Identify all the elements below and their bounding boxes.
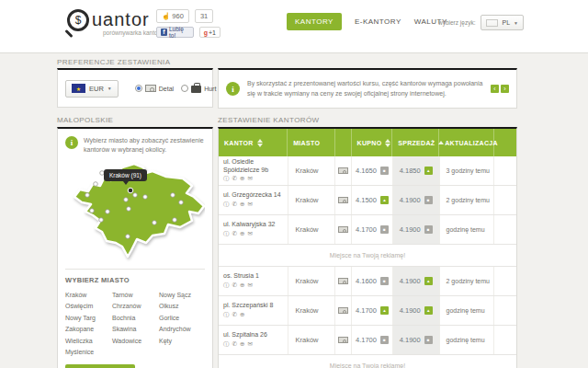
web-icon[interactable]: ⊕ — [240, 282, 244, 290]
notice-panel: i By skorzystać z prezentowanej wartości… — [218, 68, 517, 109]
ad-row[interactable]: Miejsce na Twoją reklamę! — [219, 245, 516, 267]
kantor-address-link[interactable]: ul. Osiedle Spółdzielcze 9b — [223, 158, 288, 175]
city-link[interactable]: Skawina — [112, 324, 159, 336]
city-link[interactable]: Nowy Sącz — [159, 290, 206, 302]
sprzedaz-cell: 4.1900▲ — [393, 296, 440, 325]
sort-header-kantor[interactable]: KANTOR — [219, 129, 288, 156]
city-link[interactable]: Bochnia — [112, 313, 159, 325]
sprzedaz-cell: 4.1850▲ — [393, 156, 440, 185]
kantor-address-link[interactable]: ul. Kalwaryjska 32 — [223, 221, 275, 229]
kupno-cell: 4.1700■ — [352, 326, 393, 354]
logo[interactable]: $ uantor porównywarka kantorów — [67, 9, 167, 36]
web-icon[interactable]: ⊕ — [240, 340, 244, 349]
phone-icon[interactable]: ✆ — [232, 340, 237, 349]
header-miasto[interactable]: MIASTO — [288, 129, 335, 156]
kupno-cell: 4.1700■ — [352, 215, 393, 244]
gplus-button[interactable]: g +1 — [199, 27, 220, 38]
city-link[interactable]: Oświęcim — [65, 301, 112, 313]
show-button-partial[interactable] — [65, 364, 135, 368]
city-cell: Kraków — [288, 186, 336, 214]
mail-icon[interactable]: ✉ — [247, 230, 252, 238]
carousel-prev-button[interactable]: ‹ — [491, 85, 499, 93]
phone-icon[interactable]: ✆ — [232, 311, 237, 319]
mail-icon[interactable]: ✉ — [247, 175, 252, 183]
notice-text: By skorzystać z prezentowanej wartości k… — [247, 79, 483, 98]
city-link[interactable]: Zakopane — [65, 324, 112, 336]
web-icon[interactable]: ⊕ — [240, 311, 244, 319]
social-buttons: ☝ 960 31 f Lubię to! g +1 — [156, 9, 220, 41]
info-icon[interactable]: ⓘ — [223, 311, 230, 319]
region-map[interactable]: Kraków (91) — [65, 158, 205, 263]
phone-icon[interactable]: ✆ — [232, 282, 237, 290]
table-row[interactable]: ul. Szpitalna 26 ⓘ✆⊕✉ Kraków 4.1700■ 4.1… — [219, 326, 516, 355]
sort-header-sprzedaz[interactable]: SPRZEDAŻ — [392, 129, 439, 156]
radio-hurt[interactable] — [181, 85, 188, 92]
kantor-address-link[interactable]: ul. Grzegórzecka 14 — [223, 191, 281, 200]
web-icon[interactable]: ⊕ — [240, 201, 244, 209]
facebook-icon: f — [161, 29, 167, 36]
info-icon[interactable]: ⓘ — [223, 340, 230, 349]
phone-icon[interactable]: ✆ — [232, 175, 237, 183]
language-dropdown[interactable]: PL ▼ — [481, 15, 524, 30]
krakow-marker[interactable] — [128, 188, 133, 193]
updated-cell: 2 godziny temu — [440, 186, 495, 214]
city-link[interactable]: Kęty — [159, 336, 206, 348]
info-icon[interactable]: ⓘ — [223, 230, 230, 238]
facebook-like-button[interactable]: f Lubię to! — [156, 27, 194, 38]
table-row[interactable]: pl. Szczepański 8 ⓘ✆⊕ Kraków 4.1700▲ 4.1… — [219, 296, 516, 326]
contact-icons: ⓘ✆⊕ — [223, 311, 244, 319]
radio-option-hurt[interactable]: Hurt — [181, 84, 216, 93]
detal-rate-icon — [338, 337, 348, 343]
updated-cell: godzinę temu — [440, 326, 495, 354]
ad-row[interactable]: Miejsce na Twoją reklamę! — [219, 355, 516, 368]
table-row[interactable]: ul. Kalwaryjska 32 ⓘ✆⊕✉ Kraków 4.1700■ 4… — [219, 215, 516, 245]
carousel-next-button[interactable]: › — [501, 85, 509, 93]
city-link[interactable]: Kraków — [65, 290, 112, 302]
info-icon[interactable]: ⓘ — [223, 282, 230, 290]
web-icon[interactable]: ⊕ — [240, 230, 244, 238]
kantor-address-link[interactable]: pl. Szczepański 8 — [223, 302, 273, 310]
kantor-address-link[interactable]: os. Strusia 1 — [223, 272, 259, 281]
contact-icons: ⓘ✆⊕✉ — [223, 175, 253, 183]
header-extra — [494, 129, 516, 156]
table-body: ul. Osiedle Spółdzielcze 9b ⓘ✆⊕✉ Kraków … — [219, 156, 516, 368]
mail-icon[interactable]: ✉ — [247, 340, 252, 349]
city-link[interactable]: Gorlice — [159, 313, 206, 325]
contact-icons: ⓘ✆⊕✉ — [223, 282, 253, 290]
table-row[interactable]: ul. Osiedle Spółdzielcze 9b ⓘ✆⊕✉ Kraków … — [219, 156, 516, 186]
info-icon[interactable]: ⓘ — [223, 201, 230, 209]
radio-option-detal[interactable]: Detal — [135, 85, 174, 92]
city-link[interactable]: Chrzanów — [112, 301, 159, 313]
web-icon[interactable]: ⊕ — [240, 175, 244, 183]
city-link[interactable]: Nowy Targ — [65, 313, 112, 325]
table-row[interactable]: os. Strusia 1 ⓘ✆⊕✉ Kraków 4.1600■ 4.1900… — [219, 267, 516, 296]
sort-icon — [257, 139, 263, 147]
city-link[interactable]: Wadowice — [112, 336, 159, 348]
kupno-trend-icon: ■ — [380, 225, 389, 234]
kupno-cell: 4.1600■ — [352, 267, 393, 295]
nav-tab-kantory[interactable]: KANTORY — [287, 13, 342, 30]
city-link[interactable]: Tarnów — [112, 290, 159, 302]
city-link[interactable]: Andrychów — [159, 324, 206, 336]
preferences-panel: ★ EUR ▼ Detal Hurt — [57, 68, 213, 108]
header-aktualizacja: AKTUALIZACJA — [439, 129, 494, 156]
kupno-trend-icon: ■ — [380, 167, 389, 175]
sort-header-kupno[interactable]: KUPNO — [352, 129, 393, 156]
city-link[interactable]: Olkusz — [159, 301, 206, 313]
nav-tab-e-kantory[interactable]: E-KANTORY — [355, 17, 401, 26]
city-link[interactable]: Wieliczka — [65, 336, 112, 348]
phone-icon[interactable]: ✆ — [232, 230, 237, 238]
kantor-address-link[interactable]: ul. Szpitalna 26 — [223, 331, 267, 339]
radio-detal[interactable] — [135, 85, 142, 92]
mail-icon[interactable]: ✉ — [247, 282, 252, 290]
info-icon[interactable]: ⓘ — [223, 175, 230, 183]
currency-dropdown[interactable]: ★ EUR ▼ — [65, 80, 119, 98]
sprzedaz-trend-icon: ■ — [424, 336, 433, 344]
phone-icon[interactable]: ✆ — [232, 201, 237, 209]
info-icon: i — [65, 136, 78, 149]
cities-heading: WYBIERZ MIASTO — [65, 276, 205, 284]
table-row[interactable]: ul. Grzegórzecka 14 ⓘ✆⊕✉ Kraków 4.1500▲ … — [219, 186, 516, 215]
city-link[interactable]: Myślenice — [65, 347, 112, 359]
main-content: PREFERENCJE ZESTAWIENIA ★ EUR ▼ Detal Hu… — [0, 53, 588, 368]
mail-icon[interactable]: ✉ — [247, 201, 252, 209]
